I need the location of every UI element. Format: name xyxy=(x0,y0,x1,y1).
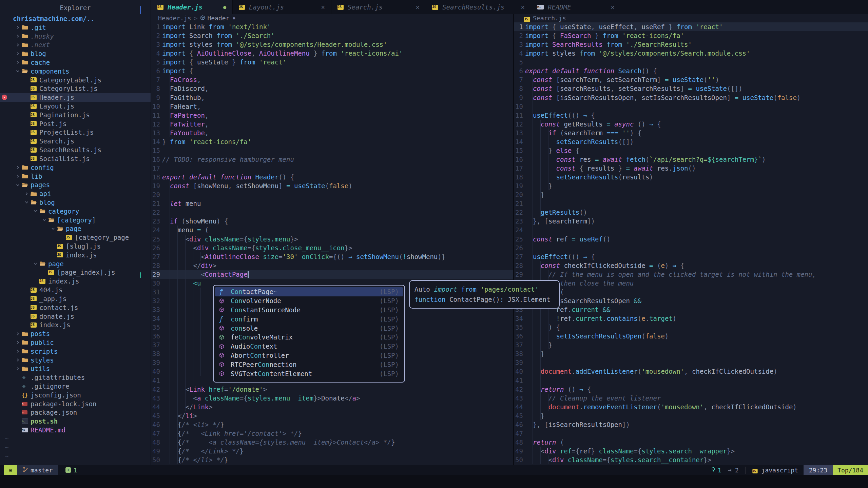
tree-item-page[interactable]: page xyxy=(0,259,151,268)
header-js-line-48[interactable]: 48 {/* <a className={styles.menu__item}>… xyxy=(151,438,513,447)
tree-item--category-page[interactable]: JS[category_page xyxy=(0,233,151,242)
close-icon[interactable]: × xyxy=(321,3,325,11)
header-js-line-2[interactable]: 2import Search from './Search' xyxy=(151,31,513,40)
search-js-line-1[interactable]: 1import { useState, useEffect, useRef } … xyxy=(514,22,868,31)
completion-item[interactable]: ƒContactPage~(LSP) xyxy=(215,287,403,296)
search-js-line-27[interactable]: 27 useEffect(() ⇒ { xyxy=(514,252,868,261)
header-js-line-44[interactable]: 44 </Link> xyxy=(151,403,513,411)
search-js-line-38[interactable]: 38 } xyxy=(514,349,868,358)
tree-item-404-js[interactable]: JS404.js xyxy=(0,286,151,294)
search-js-line-7[interactable]: 7 const [searchTerm, setSearchTerm] = us… xyxy=(514,75,868,84)
header-js-line-4[interactable]: 4import { AiOutlineClose, AiOutlineMenu … xyxy=(151,49,513,58)
chevron-right-icon[interactable] xyxy=(14,34,22,38)
tree-item-contact-js[interactable]: JScontact.js xyxy=(0,303,151,312)
chevron-right-icon[interactable] xyxy=(14,165,22,169)
search-js-line-10[interactable]: 10 xyxy=(514,102,868,111)
search-js-line-35[interactable]: 35 ) { xyxy=(514,323,868,332)
tree-item-config[interactable]: config xyxy=(0,163,151,172)
header-js-line-42[interactable]: 42 <Link href='/donate'> xyxy=(151,385,513,394)
header-js-line-14[interactable]: 14} from 'react-icons/fa' xyxy=(151,137,513,146)
tree-item--slug--js[interactable]: JS[slug].js xyxy=(0,242,151,251)
search-js-line-28[interactable]: 28 const checkIfClickedOutside = (e) ⇒ { xyxy=(514,261,868,270)
editor-pane-header-js[interactable]: 1import Link from 'next/link'2import Sea… xyxy=(151,22,513,464)
close-icon[interactable]: × xyxy=(416,3,420,11)
tree-item-categorylabel-js[interactable]: JSCategoryLabel.js xyxy=(0,76,151,84)
search-js-line-46[interactable]: 46 }, [isSearchResultsOpen]) xyxy=(514,420,868,429)
search-js-line-47[interactable]: 47 xyxy=(514,429,868,438)
tree-item--next[interactable]: .next xyxy=(0,40,151,49)
search-js-line-29[interactable]: 29 // If the menu is open and the clicke… xyxy=(514,270,868,279)
search-js-line-22[interactable]: 22 getResults() xyxy=(514,208,868,217)
chevron-right-icon[interactable] xyxy=(14,367,22,371)
tree-item-jsconfig-json[interactable]: {}jsconfig.json xyxy=(0,391,151,399)
header-js-line-17[interactable]: 17 xyxy=(151,164,513,173)
header-js-line-13[interactable]: 13 FaYoutube, xyxy=(151,129,513,137)
tree-item-package-json[interactable]: npackage.json xyxy=(0,408,151,417)
search-js-line-30[interactable]: 30 // then close the menu xyxy=(514,279,868,288)
tree-item-readme-md[interactable]: M↓README.md xyxy=(0,426,151,434)
header-js-line-9[interactable]: 9 FaGithub, xyxy=(151,93,513,102)
tree-item-scripts[interactable]: scripts xyxy=(0,347,151,356)
chevron-down-icon[interactable] xyxy=(14,183,22,187)
header-js-line-19[interactable]: 19 const [showMenu, setShowMenu] = useSt… xyxy=(151,181,513,190)
header-js-line-10[interactable]: 10 FaHeart, xyxy=(151,102,513,111)
tab-header-js[interactable]: JSHeader.js● xyxy=(151,0,233,14)
tab-layout-js[interactable]: JSLayout.js× xyxy=(233,0,331,14)
tree-item-api[interactable]: api xyxy=(0,189,151,198)
chevron-right-icon[interactable] xyxy=(14,349,22,353)
tab-searchresults-js[interactable]: JSSearchResults.js× xyxy=(426,0,531,14)
tree-item-category[interactable]: category xyxy=(0,207,151,216)
tree-item-utils[interactable]: utils xyxy=(0,365,151,373)
header-js-line-21[interactable]: 21 let menu xyxy=(151,199,513,208)
chevron-right-icon[interactable] xyxy=(14,25,22,29)
tree-item--app-js[interactable]: JS_app.js xyxy=(0,294,151,303)
header-js-line-1[interactable]: 1import Link from 'next/link' xyxy=(151,22,513,31)
search-js-line-9[interactable]: 9 const [isSearchResultsOpen, setIsSearc… xyxy=(514,93,868,102)
search-js-line-42[interactable]: 42 return () ⇒ { xyxy=(514,385,868,394)
search-js-line-6[interactable]: 6export default function Search() { xyxy=(514,66,868,75)
search-js-line-4[interactable]: 4import styles from '@/styles/components… xyxy=(514,49,868,58)
search-js-line-14[interactable]: 14 setSearchResults([]) xyxy=(514,137,868,146)
tree-item-search-js[interactable]: JSSearch.js xyxy=(0,137,151,145)
header-js-line-3[interactable]: 3import styles from '@/styles/components… xyxy=(151,40,513,49)
header-js-line-16[interactable]: 16// TODO: responsive hamburger menu xyxy=(151,155,513,164)
chevron-right-icon[interactable] xyxy=(14,358,22,362)
sidebar-separator[interactable] xyxy=(151,0,151,465)
tree-item-package-lock-json[interactable]: npackage-lock.json xyxy=(0,399,151,408)
header-js-line-45[interactable]: 45 </li> xyxy=(151,411,513,420)
search-js-line-40[interactable]: 40 document.addEventListener('mousedown'… xyxy=(514,367,868,376)
completion-item[interactable]: console(LSP) xyxy=(215,324,403,333)
search-js-line-24[interactable]: 24 xyxy=(514,226,868,234)
search-js-line-37[interactable]: 37 } xyxy=(514,340,868,349)
chevron-down-icon[interactable] xyxy=(31,209,39,213)
header-js-line-26[interactable]: 26 <div className={styles.close_menu__ic… xyxy=(151,243,513,252)
chevron-down-icon[interactable] xyxy=(14,69,22,73)
tree-item--page-index--js[interactable]: JS[page_index].js xyxy=(0,268,151,277)
header-js-line-6[interactable]: 6import { xyxy=(151,66,513,75)
tab-readme[interactable]: M↓README× xyxy=(531,0,621,14)
header-js-line-23[interactable]: 23 if (showMenu) { xyxy=(151,217,513,226)
header-js-line-25[interactable]: 25 <div className={styles.menu}> xyxy=(151,235,513,243)
search-js-line-19[interactable]: 19 } xyxy=(514,181,868,190)
tree-item--gitignore[interactable]: .gitignore xyxy=(0,382,151,391)
tree-item-header-js[interactable]: ✕JSHeader.js xyxy=(0,93,151,102)
search-js-line-48[interactable]: 48 return ( xyxy=(514,438,868,447)
chevron-right-icon[interactable] xyxy=(22,192,31,196)
tree-item-post-sh[interactable]: >_post.sh xyxy=(0,417,151,426)
tree-item-styles[interactable]: styles xyxy=(0,356,151,365)
search-js-line-13[interactable]: 13 if (searchTerm === '') { xyxy=(514,129,868,137)
search-js-line-21[interactable]: 21 xyxy=(514,199,868,208)
scroll-progress[interactable]: Top/184 xyxy=(833,465,868,475)
chevron-right-icon[interactable] xyxy=(14,43,22,47)
completion-item[interactable]: ConvolverNode(LSP) xyxy=(215,296,403,306)
tree-item-index-js[interactable]: JSindex.js xyxy=(0,320,151,329)
chevron-right-icon[interactable] xyxy=(14,174,22,178)
command-line[interactable] xyxy=(0,475,868,488)
tree-item--git[interactable]: .git xyxy=(0,23,151,32)
tree-item-posts[interactable]: posts xyxy=(0,329,151,338)
search-js-line-43[interactable]: 43 // Cleanup the event listener xyxy=(514,394,868,403)
header-js-line-43[interactable]: 43 <a className={styles.menu__item}>Dona… xyxy=(151,394,513,403)
chevron-down-icon[interactable] xyxy=(31,262,39,266)
chevron-down-icon[interactable] xyxy=(49,227,57,231)
pane-separator[interactable] xyxy=(513,14,514,465)
